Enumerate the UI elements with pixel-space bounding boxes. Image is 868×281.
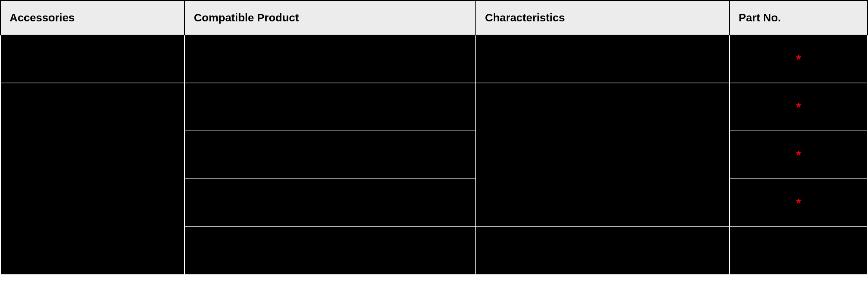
cell-accessories <box>0 35 185 83</box>
cell-compatible-product <box>185 179 476 227</box>
asterisk-icon: * <box>796 149 801 161</box>
asterisk-icon: * <box>796 53 801 65</box>
table-row: * <box>0 35 868 83</box>
table-row: * <box>0 83 868 131</box>
cell-compatible-product <box>185 83 476 131</box>
asterisk-icon: * <box>796 101 801 113</box>
col-header-part-no: Part No. <box>730 0 868 35</box>
cell-characteristics <box>476 227 730 275</box>
cell-compatible-product <box>185 35 476 83</box>
cell-part-no: * <box>730 131 868 179</box>
asterisk-icon: * <box>796 197 801 209</box>
accessories-table: Accessories Compatible Product Character… <box>0 0 868 275</box>
table-header-row: Accessories Compatible Product Character… <box>0 0 868 35</box>
col-header-compatible-product: Compatible Product <box>185 0 476 35</box>
cell-accessories <box>0 83 185 275</box>
cell-part-no: * <box>730 83 868 131</box>
cell-compatible-product <box>185 227 476 275</box>
cell-characteristics <box>476 83 730 227</box>
page: Accessories Compatible Product Character… <box>0 0 868 281</box>
cell-part-no <box>730 227 868 275</box>
cell-part-no: * <box>730 35 868 83</box>
col-header-characteristics: Characteristics <box>476 0 730 35</box>
cell-compatible-product <box>185 131 476 179</box>
cell-part-no: * <box>730 179 868 227</box>
cell-characteristics <box>476 35 730 83</box>
col-header-accessories: Accessories <box>0 0 185 35</box>
